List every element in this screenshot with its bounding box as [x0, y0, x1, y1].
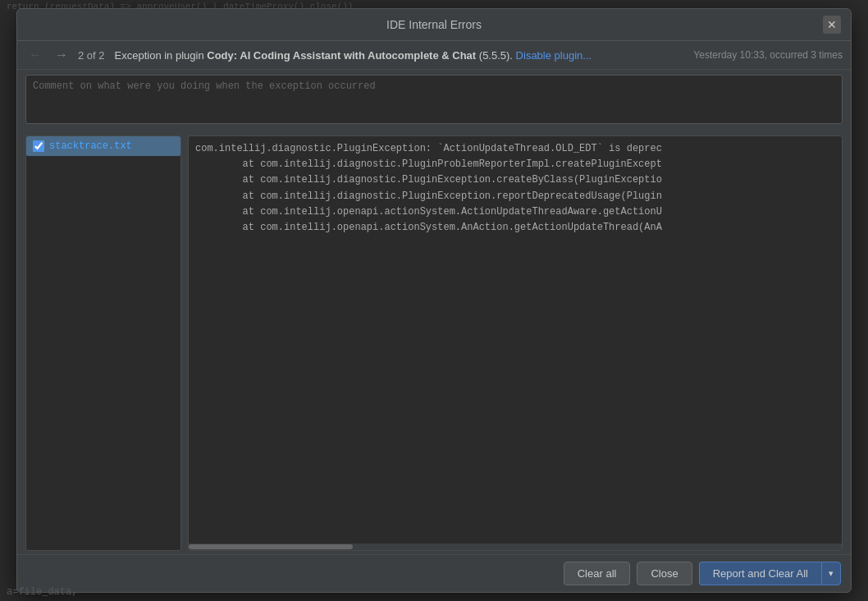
stacktrace-content: com.intellij.diagnostic.PluginException:…	[189, 136, 842, 241]
report-clear-dropdown-button[interactable]: ▾	[821, 562, 841, 585]
plugin-name: Cody: AI Coding Assistant with Autocompl…	[207, 49, 476, 62]
clear-all-button[interactable]: Clear all	[564, 562, 631, 585]
horizontal-scrollbar-thumb[interactable]	[189, 544, 353, 549]
file-name: stacktrace.txt	[49, 140, 132, 152]
stacktrace-area[interactable]: com.intellij.diagnostic.PluginException:…	[188, 135, 843, 551]
error-timestamp: Yesterday 10:33, occurred 3 times	[693, 49, 843, 61]
file-checkbox[interactable]	[33, 140, 44, 152]
nav-back-button[interactable]: ←	[25, 46, 45, 64]
error-info: Exception in plugin Cody: AI Coding Assi…	[115, 49, 681, 62]
comment-area	[17, 70, 851, 132]
nav-bar: ← → 2 of 2 Exception in plugin Cody: AI …	[17, 41, 851, 70]
overlay: return (requestData) => approveUser() | …	[0, 0, 868, 601]
horizontal-scrollbar-track[interactable]	[189, 544, 842, 550]
report-clear-button[interactable]: Report and Clear All	[699, 562, 821, 585]
ide-internal-errors-dialog: IDE Internal Errors ✕ ← → 2 of 2 Excepti…	[16, 8, 852, 593]
dialog-titlebar: IDE Internal Errors ✕	[17, 9, 851, 41]
content-area: stacktrace.txt com.intellij.diagnostic.P…	[17, 132, 851, 554]
report-clear-button-group: Report and Clear All ▾	[699, 562, 841, 585]
plugin-version: (5.5.5).	[479, 49, 513, 62]
comment-textarea[interactable]	[25, 75, 843, 124]
close-dialog-button[interactable]: ✕	[823, 16, 841, 34]
dialog-title: IDE Internal Errors	[45, 18, 823, 31]
nav-count: 2 of 2	[78, 49, 105, 62]
file-list-item[interactable]: stacktrace.txt	[26, 136, 180, 156]
close-button[interactable]: Close	[637, 562, 692, 585]
nav-forward-button[interactable]: →	[52, 46, 71, 64]
dialog-footer: Clear all Close Report and Clear All ▾	[17, 554, 851, 592]
disable-plugin-link[interactable]: Disable plugin...	[516, 49, 592, 62]
error-prefix: Exception in plugin	[115, 49, 208, 62]
bg-bottom-code: a=file_data,	[0, 583, 84, 601]
file-list: stacktrace.txt	[25, 135, 181, 551]
